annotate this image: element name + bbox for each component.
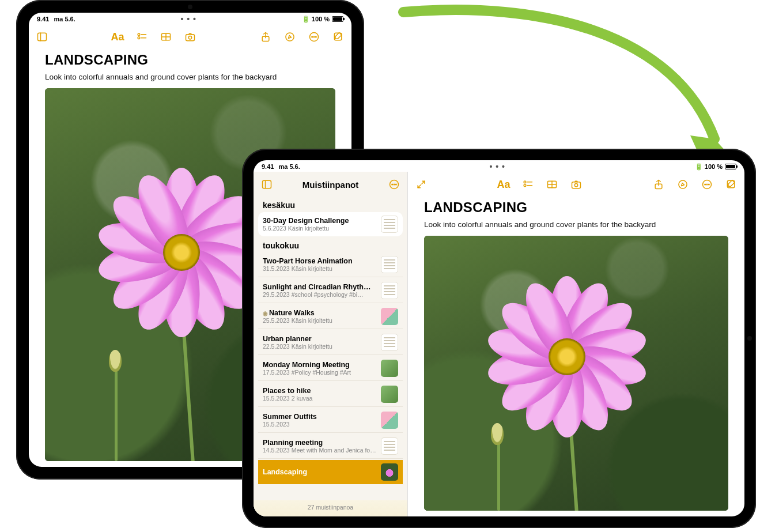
compose-icon[interactable] xyxy=(332,31,345,43)
checklist-icon[interactable] xyxy=(135,31,148,43)
note-thumbnail xyxy=(381,282,398,299)
markup-icon[interactable] xyxy=(676,178,689,191)
sidebar-toggle-icon[interactable] xyxy=(36,31,48,43)
svg-point-14 xyxy=(312,36,313,37)
note-thumbnail xyxy=(381,437,398,455)
svg-point-12 xyxy=(286,33,294,41)
status-bar: 9.41 ma 5.6. • • • 🔋 100 % xyxy=(254,160,744,172)
table-icon[interactable] xyxy=(546,178,558,191)
note-title[interactable]: Landscaping xyxy=(424,199,728,216)
list-item[interactable]: Sunlight and Circadian Rhyth…29.5.2023 #… xyxy=(258,278,403,303)
more-icon[interactable] xyxy=(308,31,320,43)
svg-point-4 xyxy=(138,37,140,39)
list-item[interactable]: Two-Part Horse Animation31.5.2023 Käsin … xyxy=(258,252,403,277)
camera-icon xyxy=(747,336,752,341)
notes-count: 27 muistiinpanoa xyxy=(254,500,407,516)
list-item[interactable]: ◉Nature Walks25.5.2023 Käsin kirjoitettu xyxy=(258,304,403,329)
list-section-header: kesäkuu xyxy=(258,197,403,212)
battery-label: 🔋 100 % xyxy=(302,16,330,23)
camera-icon xyxy=(188,5,192,9)
note-title[interactable]: Landscaping xyxy=(45,52,335,68)
svg-point-26 xyxy=(524,184,526,187)
notes-list[interactable]: kesäkuu30-Day Design Challenge5.6.2023 K… xyxy=(254,197,407,500)
note-toolbar: Aa xyxy=(408,172,744,197)
table-icon[interactable] xyxy=(160,31,172,43)
list-item[interactable]: Urban planner22.5.2023 Käsin kirjoitettu xyxy=(258,330,403,355)
checklist-icon[interactable] xyxy=(521,178,534,191)
note-thumbnail xyxy=(381,256,398,273)
sidebar-title: Muistiinpanot xyxy=(303,180,359,190)
svg-point-23 xyxy=(396,184,397,185)
compose-icon[interactable] xyxy=(725,178,738,191)
svg-point-15 xyxy=(313,36,315,37)
ipad-landscape: 9.41 ma 5.6. • • • 🔋 100 % Muistiinpanot xyxy=(242,149,756,528)
share-icon[interactable] xyxy=(652,178,665,191)
list-section-header: toukokuu xyxy=(258,237,403,252)
svg-point-32 xyxy=(574,184,577,187)
battery-label: 🔋 100 % xyxy=(695,163,723,171)
svg-point-22 xyxy=(394,184,395,185)
list-item[interactable]: Landscaping xyxy=(258,460,403,484)
list-item[interactable]: Places to hike15.5.2023 2 kuvaa xyxy=(258,382,403,407)
note-body[interactable]: Look into colorful annuals and ground co… xyxy=(424,220,728,229)
list-item[interactable]: Summer Outfits15.5.2023 xyxy=(258,408,403,433)
svg-point-34 xyxy=(679,180,687,188)
format-icon[interactable]: Aa xyxy=(497,178,510,191)
battery-icon xyxy=(725,164,736,169)
note-thumbnail xyxy=(381,360,398,377)
list-item[interactable]: Monday Morning Meeting17.5.2023 #Policy … xyxy=(258,356,403,381)
status-bar: 9.41 ma 5.6. • • • 🔋 100 % xyxy=(29,13,351,24)
note-photo[interactable] xyxy=(424,236,728,511)
camera-action-icon[interactable] xyxy=(184,31,196,43)
svg-point-20 xyxy=(390,180,399,189)
camera-action-icon[interactable] xyxy=(570,178,583,191)
svg-point-35 xyxy=(703,180,712,189)
multitask-icon[interactable]: • • • xyxy=(489,162,505,171)
note-detail-pane: Aa xyxy=(408,172,744,516)
svg-point-21 xyxy=(392,184,393,185)
svg-rect-9 xyxy=(186,35,195,41)
list-item[interactable]: 30-Day Design Challenge5.6.2023 Käsin ki… xyxy=(258,212,403,236)
svg-point-2 xyxy=(138,33,140,36)
svg-rect-18 xyxy=(263,180,271,188)
note-thumbnail xyxy=(381,334,398,351)
status-time: 9.41 xyxy=(37,16,49,22)
list-item[interactable]: Planning meeting14.5.2023 Meet with Mom … xyxy=(258,434,403,459)
note-body[interactable]: Look into colorful annuals and ground co… xyxy=(45,73,335,81)
status-time: 9.41 xyxy=(262,163,274,170)
svg-point-38 xyxy=(709,184,710,185)
screen-landscape: 9.41 ma 5.6. • • • 🔋 100 % Muistiinpanot xyxy=(254,160,744,516)
pin-icon: ◉ xyxy=(263,310,268,316)
note-toolbar: Aa xyxy=(29,24,351,50)
notes-sidebar: Muistiinpanot kesäkuu30-Day Design Chall… xyxy=(254,172,408,516)
note-thumbnail xyxy=(381,463,398,481)
note-thumbnail xyxy=(381,412,398,429)
status-date: ma 5.6. xyxy=(54,16,75,22)
svg-point-24 xyxy=(524,181,526,183)
more-icon[interactable] xyxy=(701,178,713,191)
note-thumbnail xyxy=(381,308,398,325)
note-content[interactable]: Landscaping Look into colorful annuals a… xyxy=(408,197,744,516)
svg-point-10 xyxy=(188,36,191,39)
svg-point-16 xyxy=(316,36,317,37)
share-icon[interactable] xyxy=(259,31,272,43)
format-icon[interactable]: Aa xyxy=(111,31,124,43)
markup-icon[interactable] xyxy=(283,31,296,43)
svg-point-37 xyxy=(706,184,708,185)
svg-point-36 xyxy=(705,184,706,185)
status-date: ma 5.6. xyxy=(278,163,300,170)
note-thumbnail xyxy=(381,216,398,233)
multitask-icon[interactable]: • • • xyxy=(180,14,196,24)
svg-point-13 xyxy=(310,33,319,41)
note-thumbnail xyxy=(381,386,398,403)
sidebar-more-icon[interactable] xyxy=(388,178,400,191)
sidebar-toggle-icon[interactable] xyxy=(260,178,273,191)
battery-icon xyxy=(332,16,343,22)
expand-icon[interactable] xyxy=(415,178,428,191)
svg-rect-0 xyxy=(38,33,47,40)
svg-rect-31 xyxy=(572,182,581,188)
